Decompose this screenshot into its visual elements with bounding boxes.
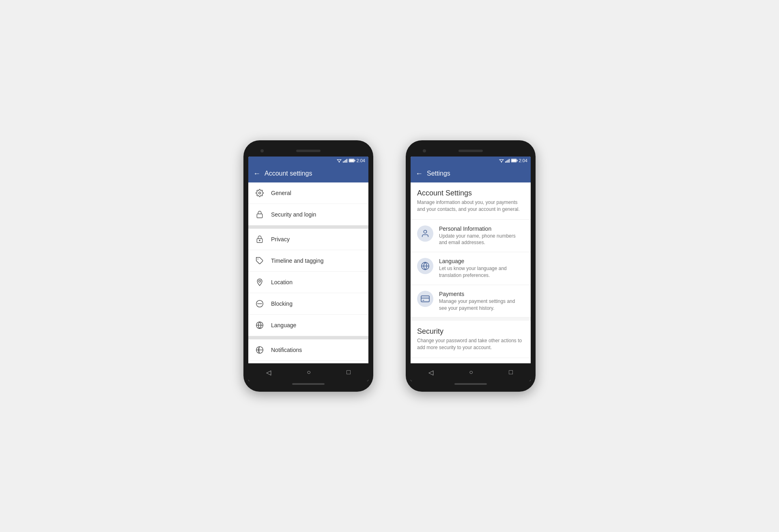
phone-2: 2:04 ← Settings Account Settings Manage … — [406, 140, 536, 392]
back-button-1[interactable]: ← — [253, 169, 260, 178]
bottom-nav-2: ◁ ○ □ — [411, 363, 531, 381]
menu-label-location: Location — [271, 279, 293, 285]
security-subtitle: Change your password and take other acti… — [417, 337, 524, 351]
block-icon — [255, 299, 265, 309]
phone-top-bar-2 — [411, 145, 531, 157]
status-time-2: 2:04 — [519, 158, 527, 163]
menu-item-location[interactable]: Location — [248, 272, 368, 293]
home-indicator-1 — [292, 383, 325, 385]
back-button-2[interactable]: ← — [415, 169, 423, 178]
security-title: Security — [417, 327, 524, 336]
wifi-icon-2 — [499, 159, 504, 163]
phone-bottom-bar-1 — [248, 381, 368, 387]
account-settings-header: Account Settings Manage information abou… — [411, 182, 531, 220]
lock-icon — [255, 210, 265, 219]
status-icons-2: 2:04 — [499, 158, 527, 163]
menu-label-blocking: Blocking — [271, 300, 293, 307]
phone-1: 2:04 ← Account settings General — [243, 140, 373, 392]
svg-rect-12 — [257, 214, 263, 218]
location-icon — [255, 277, 265, 287]
nav-back-1[interactable]: ◁ — [266, 369, 271, 376]
svg-point-14 — [259, 240, 260, 241]
personal-info-title: Personal Information — [439, 225, 524, 232]
globe-icon — [255, 320, 265, 330]
menu-item-timeline[interactable]: Timeline and tagging — [248, 250, 368, 272]
privacy-icon — [255, 234, 265, 244]
svg-point-16 — [259, 280, 261, 282]
menu-label-general: General — [271, 190, 291, 196]
payments-desc: Manage your payment settings and see you… — [439, 298, 524, 312]
divider-1 — [248, 225, 368, 229]
svg-rect-6 — [345, 160, 346, 163]
menu-item-security[interactable]: Security and login — [248, 204, 368, 225]
signal-icon — [343, 159, 348, 163]
language-title: Language — [439, 258, 524, 264]
menu-item-general[interactable]: General — [248, 182, 368, 204]
personal-info-desc: Update your name, phone numbers and emai… — [439, 233, 524, 247]
status-bar-2: 2:04 — [411, 157, 531, 165]
status-bar-1: 2:04 — [248, 157, 368, 165]
menu-item-privacy[interactable]: Privacy — [248, 229, 368, 250]
menu-label-notifications: Notifications — [271, 347, 302, 353]
phone-screen-1: 2:04 ← Account settings General — [248, 157, 368, 381]
menu-label-security: Security and login — [271, 211, 316, 218]
svg-point-30 — [501, 162, 502, 163]
phone-bottom-bar-2 — [411, 381, 531, 387]
menu-label-privacy: Privacy — [271, 236, 290, 242]
detail-item-payments[interactable]: Payments Manage your payment settings an… — [411, 285, 531, 318]
gear-icon — [255, 188, 265, 198]
svg-rect-32 — [506, 161, 507, 163]
security-section: Security Change your password and take o… — [411, 321, 531, 363]
language-desc: Let us know your language and translatio… — [439, 265, 524, 279]
settings-list-1: General Security and login — [248, 182, 368, 363]
security-header: Security Change your password and take o… — [411, 321, 531, 358]
phone-camera-1 — [260, 149, 264, 152]
svg-point-11 — [259, 192, 261, 194]
battery-icon-2 — [511, 159, 518, 163]
card-icon — [417, 291, 433, 307]
phone-camera-2 — [423, 149, 426, 152]
nav-home-1[interactable]: ○ — [307, 369, 311, 376]
svg-rect-36 — [516, 160, 517, 161]
status-time-1: 2:04 — [357, 158, 365, 163]
phone-speaker-1 — [296, 150, 321, 152]
tag-icon — [255, 256, 265, 266]
nav-home-2[interactable]: ○ — [469, 369, 473, 376]
svg-rect-10 — [349, 159, 354, 162]
svg-rect-41 — [421, 296, 429, 302]
svg-rect-34 — [509, 159, 510, 163]
svg-point-38 — [424, 230, 426, 233]
payments-content: Payments Manage your payment settings an… — [439, 291, 524, 312]
menu-item-blocking[interactable]: Blocking — [248, 293, 368, 315]
nav-recent-2[interactable]: □ — [509, 369, 513, 376]
nav-recent-1[interactable]: □ — [346, 369, 351, 376]
home-indicator-2 — [454, 383, 487, 385]
payments-title: Payments — [439, 291, 524, 297]
phone-top-bar-1 — [248, 145, 368, 157]
battery-icon — [349, 159, 355, 163]
nav-back-2[interactable]: ◁ — [428, 369, 433, 376]
phone-screen-2: 2:04 ← Settings Account Settings Manage … — [411, 157, 531, 381]
detail-item-language[interactable]: Language Let us know your language and t… — [411, 252, 531, 285]
svg-point-3 — [339, 162, 340, 163]
app-bar-title-1: Account settings — [265, 170, 312, 177]
wifi-icon — [337, 159, 342, 163]
menu-item-notifications[interactable]: Notifications — [248, 339, 368, 361]
app-bar-title-2: Settings — [427, 170, 450, 177]
svg-rect-37 — [512, 159, 516, 162]
notifications-icon — [255, 345, 265, 355]
detail-item-security-login[interactable]: Security and Login Change your password … — [411, 358, 531, 363]
svg-rect-5 — [344, 161, 345, 163]
menu-item-language[interactable]: Language — [248, 315, 368, 336]
svg-rect-4 — [343, 161, 344, 163]
bottom-nav-1: ◁ ○ □ — [248, 363, 368, 381]
account-settings-subtitle: Manage information about you, your payme… — [417, 199, 524, 213]
menu-label-timeline: Timeline and tagging — [271, 257, 323, 264]
svg-rect-33 — [508, 160, 508, 163]
status-icons-1: 2:04 — [337, 158, 365, 163]
app-bar-2: ← Settings — [411, 165, 531, 182]
svg-rect-7 — [346, 159, 347, 163]
detail-item-personal-info[interactable]: Personal Information Update your name, p… — [411, 220, 531, 253]
app-bar-1: ← Account settings — [248, 165, 368, 182]
phone-speaker-2 — [458, 150, 483, 152]
